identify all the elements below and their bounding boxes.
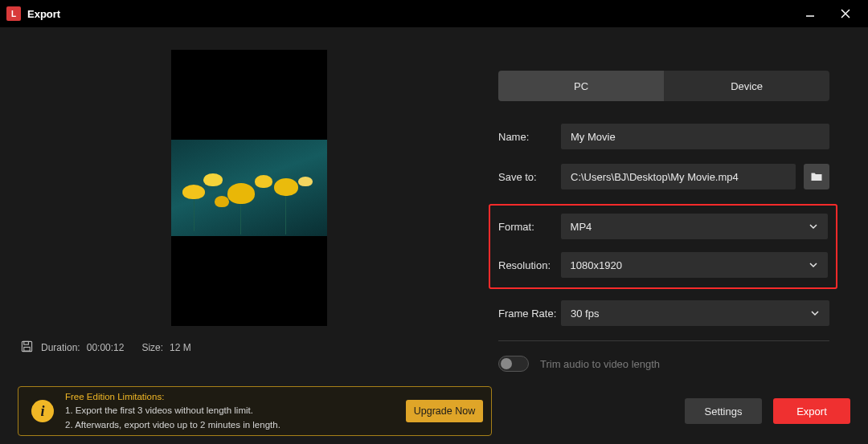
limitations-line1: 1. Export the first 3 videos without len… bbox=[65, 404, 280, 418]
info-icon: i bbox=[31, 400, 54, 422]
chevron-down-icon bbox=[810, 308, 820, 318]
main-area: Duration: 00:00:12 Size: 12 M PC Device … bbox=[0, 27, 868, 378]
bottom-bar: i Free Edition Limitations: 1. Export th… bbox=[0, 378, 868, 444]
chevron-down-icon bbox=[809, 222, 818, 231]
save-icon bbox=[21, 340, 33, 355]
size-label: Size: bbox=[141, 342, 163, 353]
duration-label: Duration: bbox=[41, 342, 80, 353]
close-icon bbox=[840, 8, 851, 19]
name-input[interactable] bbox=[561, 124, 829, 149]
row-name: Name: bbox=[498, 124, 868, 149]
window-title: Export bbox=[27, 8, 60, 20]
format-select[interactable]: MP4 bbox=[561, 214, 828, 239]
chevron-down-icon bbox=[809, 260, 818, 270]
export-tabs: PC Device bbox=[498, 71, 829, 101]
svg-rect-4 bbox=[24, 341, 29, 344]
upgrade-button[interactable]: Upgrade Now bbox=[406, 400, 483, 422]
framerate-select[interactable]: 30 fps bbox=[561, 300, 829, 326]
folder-icon bbox=[810, 170, 823, 183]
window-controls bbox=[794, 2, 862, 25]
resolution-select[interactable]: 1080x1920 bbox=[561, 252, 828, 278]
preview-info-row: Duration: 00:00:12 Size: 12 M bbox=[0, 326, 498, 355]
preview-box bbox=[171, 50, 327, 326]
resolution-label: Resolution: bbox=[498, 259, 561, 271]
row-format: Format: MP4 bbox=[498, 214, 828, 239]
format-label: Format: bbox=[498, 221, 561, 233]
app-icon: L bbox=[6, 6, 21, 21]
settings-button[interactable]: Settings bbox=[685, 398, 762, 424]
close-button[interactable] bbox=[829, 2, 862, 25]
limitations-title: Free Edition Limitations: bbox=[65, 390, 280, 404]
svg-rect-5 bbox=[24, 347, 31, 351]
trim-audio-label: Trim audio to video length bbox=[540, 358, 660, 370]
bottom-button-group: Settings Export bbox=[685, 398, 850, 424]
export-button[interactable]: Export bbox=[773, 398, 850, 424]
divider bbox=[498, 340, 829, 341]
row-trim-audio: Trim audio to video length bbox=[498, 356, 868, 372]
tab-device[interactable]: Device bbox=[664, 71, 829, 101]
titlebar: L Export bbox=[0, 0, 868, 27]
minimize-icon bbox=[805, 8, 816, 19]
minimize-button[interactable] bbox=[794, 2, 826, 25]
format-value: MP4 bbox=[571, 221, 592, 233]
framerate-label: Frame Rate: bbox=[498, 308, 561, 320]
limitations-box: i Free Edition Limitations: 1. Export th… bbox=[18, 386, 492, 436]
preview-thumbnail bbox=[171, 140, 327, 236]
limitations-text: Free Edition Limitations: 1. Export the … bbox=[65, 390, 280, 432]
row-framerate: Frame Rate: 30 fps bbox=[498, 300, 868, 326]
name-label: Name: bbox=[498, 131, 561, 143]
row-resolution: Resolution: 1080x1920 bbox=[498, 252, 828, 278]
limitations-line2: 2. Afterwards, export video up to 2 minu… bbox=[65, 418, 280, 432]
resolution-value: 1080x1920 bbox=[571, 259, 622, 271]
browse-button[interactable] bbox=[804, 164, 829, 189]
trim-audio-toggle[interactable] bbox=[498, 356, 529, 372]
preview-column: Duration: 00:00:12 Size: 12 M bbox=[0, 27, 498, 378]
save-to-input[interactable] bbox=[561, 164, 796, 189]
highlighted-section: Format: MP4 Resolution: 1080x1920 bbox=[489, 204, 837, 289]
row-save-to: Save to: bbox=[498, 164, 868, 189]
toggle-knob bbox=[501, 358, 512, 369]
save-to-label: Save to: bbox=[498, 171, 561, 183]
framerate-value: 30 fps bbox=[571, 308, 599, 320]
size-value: 12 M bbox=[170, 342, 191, 353]
settings-column: PC Device Name: Save to: Format: MP4 bbox=[498, 27, 868, 378]
tab-pc[interactable]: PC bbox=[498, 71, 664, 101]
duration-value: 00:00:12 bbox=[87, 342, 125, 353]
